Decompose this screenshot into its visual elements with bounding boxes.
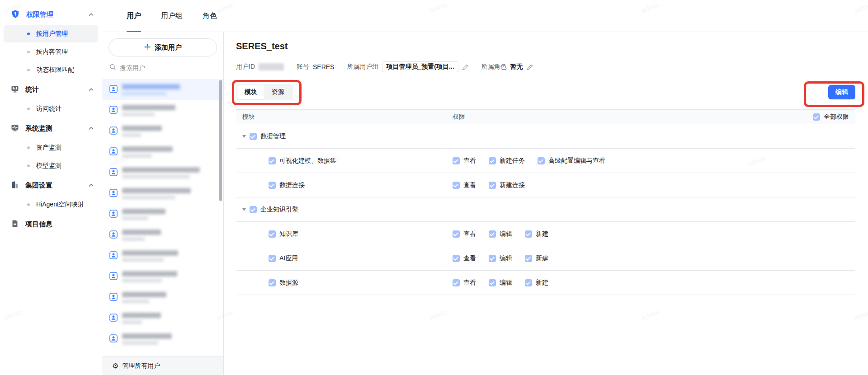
user-list-item[interactable]: [102, 266, 223, 287]
user-list-item[interactable]: [102, 141, 223, 162]
permission-checkbox[interactable]: [525, 255, 532, 262]
chevron-up-icon[interactable]: [89, 88, 94, 91]
tab-users[interactable]: 用户: [127, 0, 141, 32]
module-checkbox[interactable]: [269, 279, 276, 286]
user-badge-icon: [109, 230, 118, 240]
permission-checkbox[interactable]: [525, 279, 532, 286]
user-group-pair: 所属用户组 项目管理员_预置(项目...: [347, 61, 468, 72]
sidebar-group-label: 统计: [25, 85, 82, 94]
collapse-caret-icon[interactable]: [242, 208, 246, 211]
sidebar-item-visit-stats[interactable]: 访问统计: [4, 100, 98, 117]
sidebar-group-statistics[interactable]: 统计: [0, 80, 102, 99]
bullet-dot-icon: [27, 69, 30, 71]
sidebar: 权限管理 按用户管理 按内容管理 动态权限匹配 统计 访问统计: [0, 0, 102, 375]
user-group-label: 所属用户组: [347, 63, 378, 71]
blurred-user-name: [122, 313, 161, 324]
sidebar-item-label: 动态权限匹配: [36, 66, 74, 74]
permission-checkbox[interactable]: [489, 182, 496, 189]
sidebar-item-hiagent-mapping[interactable]: HiAgent空间映射: [4, 196, 98, 213]
permission-label: 查看: [463, 230, 476, 238]
chevron-up-icon[interactable]: [89, 13, 94, 16]
sidebar-item-dynamic-permission[interactable]: 动态权限匹配: [4, 61, 98, 79]
module-column-header: 模块: [236, 110, 445, 124]
scrollbar-thumb[interactable]: [219, 80, 222, 201]
module-cell: AI应用: [236, 246, 445, 270]
permission-checkbox[interactable]: [453, 255, 460, 262]
permission-checkbox[interactable]: [453, 230, 460, 238]
manage-all-users-button[interactable]: ⚙ 管理所有用户: [102, 356, 223, 375]
user-list-item[interactable]: [102, 100, 223, 121]
permission-label: 新建: [536, 279, 548, 287]
chevron-up-icon[interactable]: [89, 184, 94, 187]
user-list-item[interactable]: [102, 225, 223, 245]
edit-button[interactable]: 编辑: [828, 85, 855, 99]
permission-item: 新建任务: [489, 157, 525, 165]
module-checkbox[interactable]: [269, 255, 276, 262]
sidebar-group-system-monitor[interactable]: 系统监测: [0, 118, 102, 138]
user-list-item[interactable]: [102, 121, 223, 141]
module-checkbox[interactable]: [269, 230, 276, 238]
module-checkbox[interactable]: [250, 133, 257, 140]
permission-checkbox[interactable]: [489, 279, 496, 286]
user-list-item[interactable]: [102, 204, 223, 225]
bar-chart-monitor-icon: [11, 85, 19, 94]
user-badge-icon: [109, 147, 118, 157]
module-checkbox[interactable]: [269, 157, 276, 164]
user-list-panel: 添加用户: [102, 32, 224, 375]
sidebar-item-by-content[interactable]: 按内容管理: [4, 43, 98, 61]
permission-checkbox[interactable]: [525, 230, 532, 238]
edit-role-icon[interactable]: [527, 64, 533, 70]
module-checkbox[interactable]: [250, 206, 257, 213]
all-permissions-toggle[interactable]: 全部权限: [813, 113, 849, 121]
edit-user-group-icon[interactable]: [462, 64, 469, 70]
sidebar-group-project-info[interactable]: 项目信息: [0, 214, 102, 234]
permission-label: 新建: [536, 254, 548, 262]
permission-checkbox[interactable]: [453, 157, 460, 164]
sidebar-group-label: 系统监测: [25, 124, 82, 133]
tab-roles[interactable]: 角色: [203, 0, 217, 32]
permission-table: 模块 权限 全部权限: [236, 109, 855, 295]
all-permissions-checkbox[interactable]: [813, 113, 820, 121]
user-list-item[interactable]: [102, 308, 223, 328]
user-badge-icon: [109, 106, 118, 115]
module-name: AI应用: [279, 254, 298, 262]
sidebar-item-asset-monitor[interactable]: 资产监测: [4, 139, 98, 156]
permissions-cell: 查看 编辑 新建: [445, 222, 855, 246]
module-checkbox[interactable]: [269, 182, 276, 189]
collapse-caret-icon[interactable]: [242, 135, 246, 138]
permission-column-header: 权限 全部权限: [445, 110, 855, 124]
permission-label: 查看: [463, 254, 476, 262]
chevron-up-icon[interactable]: [89, 127, 94, 130]
sidebar-group-permission[interactable]: 权限管理: [0, 5, 102, 24]
permission-item: 新建连接: [489, 181, 525, 189]
permission-label: 高级配置编辑与查看: [548, 157, 605, 165]
sidebar-group-org-settings[interactable]: 集团设置: [0, 175, 102, 195]
user-list-item[interactable]: [102, 328, 223, 349]
sidebar-item-model-monitor[interactable]: 模型监测: [4, 157, 98, 174]
module-name: 数据源: [279, 279, 298, 287]
module-name: 数据管理: [260, 132, 286, 141]
blurred-user-name: [122, 292, 166, 303]
permission-item: 查看: [453, 157, 476, 165]
tab-module[interactable]: 模块: [237, 85, 264, 99]
permission-checkbox[interactable]: [489, 230, 496, 238]
blurred-user-name: [122, 84, 180, 95]
permission-checkbox[interactable]: [538, 157, 545, 164]
user-list-item[interactable]: [102, 245, 223, 266]
sidebar-item-by-user[interactable]: 按用户管理: [4, 25, 98, 42]
tab-user-groups[interactable]: 用户组: [161, 0, 183, 32]
sidebar-item-label: HiAgent空间映射: [36, 201, 84, 209]
blurred-user-name: [122, 188, 191, 199]
permission-checkbox[interactable]: [489, 157, 496, 164]
permission-checkbox[interactable]: [489, 255, 496, 262]
permission-checkbox[interactable]: [453, 182, 460, 189]
user-list-item[interactable]: [102, 183, 223, 204]
search-user-input[interactable]: [120, 64, 216, 71]
tab-resource[interactable]: 资源: [264, 85, 292, 99]
right-region: 用户 用户组 角色 添加用户: [102, 0, 868, 375]
add-user-button[interactable]: 添加用户: [108, 38, 217, 56]
permission-checkbox[interactable]: [453, 279, 460, 286]
user-list-item-selected[interactable]: [102, 79, 223, 100]
user-list-item[interactable]: [102, 162, 223, 183]
user-list-item[interactable]: [102, 287, 223, 308]
